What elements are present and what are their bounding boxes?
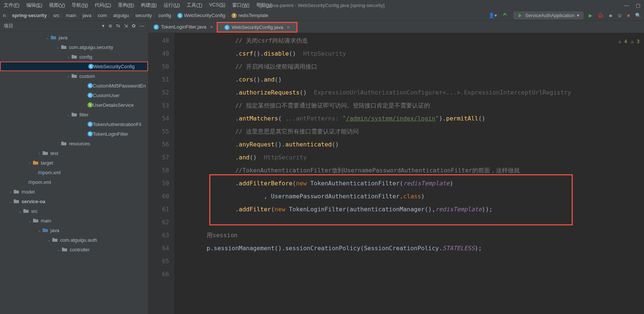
breadcrumb-item[interactable]: config (158, 13, 171, 18)
tree-item-customuser[interactable]: C CustomUser (0, 90, 148, 100)
menu-e[interactable]: 编辑(E) (26, 2, 42, 9)
tree-item-model[interactable]: ›model (0, 187, 148, 196)
code-line[interactable]: // 关闭csrf跨站请求伪造 (174, 34, 644, 47)
menu-f[interactable]: 文件(F) (4, 2, 20, 9)
tree-item-com-atguigu-auth[interactable]: ⌄com.atguigu.auth (0, 235, 148, 245)
code-line[interactable]: 用session (174, 229, 644, 242)
tab-tokenloginfilter-java[interactable]: CTokenLoginFilter.java× (150, 22, 217, 33)
chevron-down-icon[interactable]: ▾ (102, 23, 105, 29)
project-tree[interactable]: ⌄java⌄com.atguigu.security⌄configC WebSe… (0, 31, 148, 314)
tree-item-custom[interactable]: ⌄custom (0, 71, 148, 81)
tree-item-label: CustomMd5PasswordEn (93, 83, 146, 89)
tree-item-label: config (79, 54, 92, 60)
close-icon[interactable]: × (287, 24, 290, 30)
stop-icon[interactable]: ■ (627, 13, 630, 18)
tree-item-tokenloginfilter[interactable]: C TokenLoginFilter (0, 129, 148, 139)
minimize-icon[interactable]: — (624, 3, 629, 8)
collapse-all-icon[interactable]: ⇲ (124, 23, 128, 29)
tree-item-userdetailsservice[interactable]: I UserDetailsService (0, 100, 148, 110)
breadcrumb-item[interactable]: java (83, 13, 92, 18)
tree-item-controller[interactable]: ⌄controller (0, 245, 148, 254)
code-line[interactable]: .antMatchers( ...antPatterns: "/admin/sy… (174, 112, 644, 125)
tree-item-main[interactable]: ⌄main (0, 216, 148, 225)
tree-item-service-oa[interactable]: ⌄service-oa (0, 196, 148, 206)
code-line[interactable] (174, 216, 644, 229)
tree-item-label: resources (69, 141, 90, 146)
breadcrumb-item[interactable]: atguigu (113, 13, 129, 18)
menu-b[interactable]: 构建(B) (141, 2, 157, 9)
tree-item-pom-xml[interactable]: m pom.xml (0, 177, 148, 187)
tree-item-com-atguigu-security[interactable]: ⌄com.atguigu.security (0, 42, 148, 52)
chevron-icon: 〉 (77, 12, 82, 19)
breadcrumb-item[interactable]: spring-security (12, 13, 47, 18)
code-line[interactable]: //TokenAuthenticationFilter放到UsernamePas… (174, 164, 644, 177)
code-line[interactable]: .addFilterBefore(new TokenAuthentication… (174, 177, 644, 190)
hide-icon[interactable]: — (139, 23, 144, 29)
inspection-summary[interactable]: ⚠ 4 ⚠ 3 (618, 35, 640, 48)
tree-item-test[interactable]: ›test (0, 148, 148, 158)
menu-t[interactable]: 工具(T) (187, 2, 203, 9)
close-icon[interactable]: × (210, 24, 213, 30)
debug-icon[interactable]: 🐞 (598, 13, 604, 18)
code-line[interactable]: .and() HttpSecurity (174, 151, 644, 164)
coverage-icon[interactable]: ◈ (609, 13, 612, 18)
menu-n[interactable]: 导航(N) (72, 2, 88, 9)
gear-icon[interactable]: ✿ (132, 23, 136, 29)
tree-item-resources[interactable]: resources (0, 139, 148, 148)
run-config-selector[interactable]: ServiceAuthApplication ▾ (513, 11, 584, 19)
code-line[interactable]: , UsernamePasswordAuthenticationFilter.c… (174, 190, 644, 203)
breadcrumb-item[interactable]: src (53, 13, 59, 18)
code-line[interactable]: // 指定某些接口不需要通过验证即可访问。登陆接口肯定是不需要认证的 (174, 99, 644, 112)
breadcrumb-item[interactable]: main (66, 13, 76, 18)
code-line[interactable]: // 开启跨域以便前端调用接口 (174, 60, 644, 73)
code-line[interactable]: .cors().and() (174, 73, 644, 86)
tree-item-src[interactable]: ⌄src (0, 206, 148, 216)
breadcrumb-item[interactable]: security (135, 13, 152, 18)
tree-item-pom-xml[interactable]: m pom.xml (0, 168, 148, 177)
profile-icon[interactable]: ⊙ (618, 13, 622, 18)
code-line[interactable]: p.sessionManagement().sessionCreationPol… (174, 242, 644, 255)
menu-c[interactable]: 代码(C) (95, 2, 111, 9)
expand-all-icon[interactable]: ⇆ (116, 23, 120, 29)
line-number: 54 (148, 112, 169, 125)
tree-item-label: pom.xml (33, 179, 51, 185)
tree-item-custommd5passworden[interactable]: C CustomMd5PasswordEn (0, 81, 148, 90)
tab-websecurityconfig-java[interactable]: CWebSecurityConfig.java× (217, 22, 298, 33)
chevron-icon: 〉 (153, 12, 158, 19)
menu-s[interactable]: VCS(S) (209, 2, 226, 9)
tree-item-java[interactable]: ⌄java (0, 225, 148, 235)
tree-item-target[interactable]: ›target (0, 158, 148, 168)
breadcrumb-item[interactable]: com (98, 13, 107, 18)
code-area[interactable]: 48495051525354555657585960616263646566 ⚠… (148, 33, 644, 314)
code-line[interactable]: .csrf().disable() HttpSecurity (174, 47, 644, 60)
code-line[interactable] (174, 255, 644, 268)
tree-item-websecurityconfig[interactable]: C WebSecurityConfig (0, 62, 148, 71)
user-icon[interactable]: 👤▾ (489, 13, 497, 18)
menu-v[interactable]: 视图(V) (49, 2, 65, 9)
search-icon[interactable]: 🔍 (635, 13, 641, 18)
code-line[interactable]: // 这里意思是其它所有接口需要认证才能访问 (174, 125, 644, 138)
error-count: ⚠ 3 (631, 35, 640, 48)
menu-r[interactable]: 重构(R) (118, 2, 134, 9)
tree-item-filter[interactable]: ⌄filter (0, 110, 148, 119)
code-line[interactable]: .authorizeRequests() ExpressionUrlAuthor… (174, 86, 644, 99)
code-line[interactable]: .addFilter(new TokenLoginFilter(authenti… (174, 203, 644, 216)
tree-item-config[interactable]: ⌄config (0, 52, 148, 62)
locate-icon[interactable]: ⊕ (108, 23, 112, 29)
menu-u[interactable]: 运行(U) (164, 2, 180, 9)
tree-item-label: com.atguigu.auth (60, 237, 97, 243)
hammer-icon[interactable] (502, 12, 508, 19)
code-line[interactable] (174, 268, 644, 281)
breadcrumb-item[interactable]: C WebSecurityConfig (177, 13, 225, 18)
breadcrumb-item[interactable]: n (3, 13, 6, 18)
code-content[interactable]: ⚠ 4 ⚠ 3 // 关闭csrf跨站请求伪造 .csrf().disable(… (174, 33, 644, 314)
breadcrumb-item[interactable]: f redisTemplate (231, 13, 268, 18)
menubar: 文件(F)编辑(E)视图(V)导航(N)代码(C)重构(R)构建(B)运行(U)… (0, 0, 644, 10)
maximize-icon[interactable]: ▢ (636, 3, 640, 8)
tree-item-java[interactable]: ⌄java (0, 33, 148, 42)
code-line[interactable]: .anyRequest().authenticated() (174, 138, 644, 151)
tree-item-tokenauthenticationfil[interactable]: C TokenAuthenticationFil (0, 119, 148, 129)
run-icon[interactable]: ▶ (589, 13, 592, 18)
menu-w[interactable]: 窗口(W) (232, 2, 250, 9)
maven-icon: m (28, 179, 33, 185)
